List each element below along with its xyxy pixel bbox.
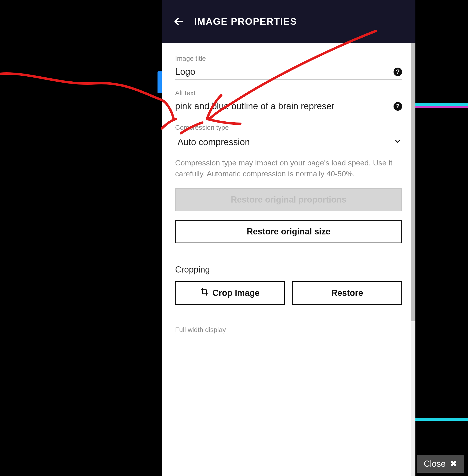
decoration-line — [415, 418, 468, 421]
scrollbar-track[interactable] — [411, 43, 415, 476]
image-title-label: Image title — [175, 55, 402, 62]
scrollbar-thumb[interactable] — [411, 43, 415, 321]
compression-type-value: Auto compression — [177, 137, 250, 147]
decoration-line — [415, 103, 468, 106]
cropping-heading: Cropping — [175, 265, 402, 275]
chevron-down-icon — [394, 138, 401, 147]
panel-title: IMAGE PROPERTIES — [194, 16, 297, 27]
image-title-row: ? — [175, 67, 402, 80]
close-label: Close — [424, 459, 446, 469]
back-arrow-icon[interactable] — [173, 15, 185, 27]
panel-header: IMAGE PROPERTIES — [162, 0, 415, 43]
compression-help-text: Compression type may impact on your page… — [175, 157, 402, 179]
panel-body: Image title ? Alt text ? Compression typ… — [162, 43, 415, 476]
compression-type-label: Compression type — [175, 124, 402, 131]
close-icon: ✖ — [450, 459, 457, 469]
restore-size-button[interactable]: Restore original size — [175, 220, 402, 243]
restore-crop-button[interactable]: Restore — [292, 281, 402, 305]
crop-image-button[interactable]: Crop Image — [175, 281, 285, 305]
compression-type-select[interactable]: Auto compression — [175, 136, 402, 151]
alt-text-row: ? — [175, 101, 402, 114]
crop-icon — [201, 288, 209, 298]
help-icon[interactable]: ? — [394, 68, 402, 76]
alt-text-label: Alt text — [175, 89, 402, 97]
full-width-label: Full width display — [175, 326, 402, 334]
restore-proportions-button: Restore original proportions — [175, 188, 402, 211]
help-icon[interactable]: ? — [394, 102, 402, 111]
crop-image-label: Crop Image — [212, 288, 260, 298]
close-button[interactable]: Close ✖ — [417, 455, 464, 473]
image-title-input[interactable] — [175, 67, 387, 77]
alt-text-input[interactable] — [175, 101, 387, 111]
decoration-line — [415, 106, 468, 108]
image-properties-panel: IMAGE PROPERTIES Image title ? Alt text … — [162, 0, 415, 476]
